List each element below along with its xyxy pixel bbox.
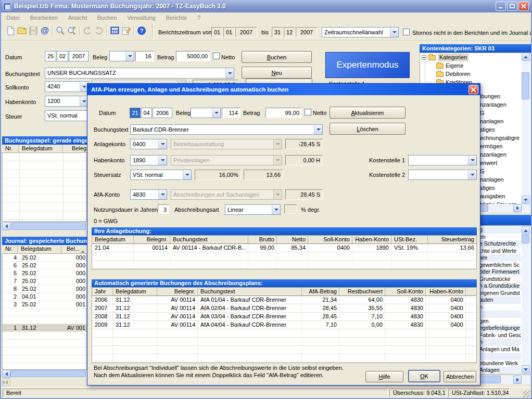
close-button[interactable] (518, 2, 529, 11)
dialog-buchungstext-combo[interactable]: Barkauf CDR-Brenner (130, 124, 323, 135)
journal-row[interactable] (3, 316, 86, 324)
journal-row[interactable]: 325.02001 (3, 301, 86, 308)
loeschen-button[interactable]: Löschen (330, 123, 406, 135)
hilfe-button[interactable]: Hilfe (365, 371, 403, 382)
chevron-down-icon[interactable] (158, 156, 167, 165)
konten-vscrollbar[interactable] (522, 53, 530, 204)
betrag-field[interactable]: 5000,00 (176, 51, 210, 61)
neu-button[interactable]: Neu (242, 67, 312, 79)
kostenstelle2-combo[interactable] (408, 170, 477, 180)
scrollbar-thumb[interactable] (522, 235, 529, 243)
journal-row[interactable]: 825.02000 (3, 285, 86, 293)
dialog-beleg-nr[interactable]: 114 (222, 108, 240, 118)
scrollbar-thumb[interactable] (11, 222, 86, 230)
scroll-left-icon[interactable] (2, 370, 10, 378)
new-document-icon[interactable] (5, 25, 16, 36)
menu-item[interactable]: Bearbeiten (25, 13, 63, 21)
stapel-hscrollbar[interactable] (2, 222, 87, 230)
quick-select-combo[interactable]: Zeitraumschnellanwahl (322, 27, 399, 37)
column-belegdatum[interactable]: Belegdatum (18, 245, 61, 253)
datum-month[interactable]: 02 (57, 51, 68, 61)
chevron-down-icon[interactable] (225, 68, 234, 78)
period-from-year[interactable]: 2007 (235, 27, 257, 37)
aktualisieren-button[interactable]: Aktualisieren (330, 107, 406, 119)
journal-row[interactable]: 625.02000 (3, 262, 86, 269)
buchen-button[interactable]: Buchen (242, 51, 312, 63)
period-from-day[interactable]: 01 (211, 27, 223, 37)
dialog-habenkonto-combo[interactable]: 1890 (130, 155, 167, 165)
menu-item[interactable]: Buchen (92, 13, 122, 21)
column-belegnr[interactable]: Belegnr. (62, 145, 87, 152)
habenkonto-combo[interactable]: 1200 (45, 96, 88, 107)
dialog-close-button[interactable] (468, 85, 478, 94)
plan-row[interactable]: 200831.12AV 00114AfA 03/04 - Barkauf CDR… (92, 313, 476, 321)
chevron-down-icon[interactable] (158, 139, 167, 149)
resize-grip[interactable] (523, 391, 530, 397)
chevron-down-icon[interactable] (314, 125, 322, 134)
scroll-down-icon[interactable] (522, 196, 530, 204)
period-to-year[interactable]: 2007 (296, 27, 318, 37)
abbrechen-button[interactable]: Abbrechen (444, 371, 476, 382)
expertenmodus-button[interactable]: Expertenmodus (325, 52, 410, 78)
steuersatz-combo[interactable]: VSt. normal (130, 170, 192, 180)
search-settings-icon[interactable] (67, 25, 77, 36)
konten2-vscrollbar[interactable] (522, 226, 530, 374)
ok-button[interactable]: OK (408, 370, 440, 382)
save-icon[interactable] (28, 25, 39, 36)
dialog-beleg-combo[interactable] (191, 108, 221, 118)
datum-day[interactable]: 25 (45, 51, 56, 61)
chevron-down-icon[interactable] (183, 170, 191, 179)
journal-row[interactable] (3, 308, 86, 316)
anlagekonto-combo[interactable]: 0400 (130, 139, 167, 149)
period-to-day[interactable]: 31 (272, 27, 283, 37)
journal-row-selected[interactable]: 131.12AV 001 (3, 324, 86, 332)
help-icon[interactable]: ? (136, 25, 147, 36)
plan-row[interactable]: 200731.12AV 00114AfA 02/04 - Barkauf CDR… (92, 304, 476, 313)
column-belegdatum[interactable]: Belegdatum (19, 145, 62, 152)
dialog-datum-day[interactable]: 21 (130, 108, 141, 118)
menu-item[interactable]: ? (192, 13, 206, 21)
dialog-datum-year[interactable]: 2006 (153, 108, 172, 118)
tree-item-debitoren[interactable]: Debitoren (436, 70, 471, 78)
scrollbar-thumb[interactable] (10, 370, 86, 377)
scroll-down-icon[interactable] (522, 365, 530, 374)
scroll-right-icon[interactable] (513, 376, 522, 384)
netto-checkbox[interactable] (213, 53, 220, 59)
beleg-combo[interactable] (109, 51, 134, 61)
tree-item-eigene[interactable]: Eigene (436, 62, 463, 70)
scrollbar-thumb[interactable] (522, 72, 529, 99)
kostenstelle1-combo[interactable] (408, 155, 477, 165)
search-icon[interactable] (55, 25, 66, 36)
abschreibungsart-combo[interactable]: Linear (225, 204, 281, 215)
tree-item-kategorien[interactable]: Kategorien (422, 54, 468, 61)
menu-item[interactable]: Ansicht (63, 13, 92, 21)
buchungstext-combo[interactable]: UNSER BUCHUNGSSATZ (45, 68, 234, 79)
chevron-down-icon[interactable] (468, 156, 476, 165)
minimize-button[interactable] (496, 2, 506, 11)
journal-row[interactable]: 425.02000 (3, 254, 86, 262)
menu-item[interactable]: Berichte (161, 13, 192, 21)
tree-collapse-icon[interactable] (422, 55, 426, 60)
plan-row[interactable]: 200931.12AV 00114AfA 04/04 - Barkauf CDR… (92, 321, 476, 329)
sollkonto-combo[interactable]: 4240 (45, 81, 88, 92)
chevron-down-icon[interactable] (212, 108, 220, 118)
dialog-netto-checkbox[interactable] (305, 109, 311, 115)
chevron-down-icon[interactable] (390, 28, 398, 37)
scroll-up-icon[interactable] (522, 53, 530, 61)
period-from-month[interactable]: 01 (223, 27, 235, 37)
journal-row[interactable]: 204.01000 (3, 293, 86, 301)
journal-row[interactable]: 725.02000 (3, 277, 86, 285)
column-nr[interactable]: Nr. (2, 145, 19, 152)
email-at-icon[interactable]: @ (40, 25, 50, 36)
chevron-down-icon[interactable] (468, 170, 476, 179)
nutzungsdauer-field[interactable]: 3 (158, 204, 169, 214)
beleg-nr-field[interactable]: 16 (135, 51, 154, 61)
chevron-down-icon[interactable] (125, 52, 134, 61)
dialog-betrag-field[interactable]: 99,00 (265, 108, 302, 118)
column-nr[interactable]: Nr. (2, 245, 18, 253)
open-folder-icon[interactable] (17, 25, 27, 36)
period-to-month[interactable]: 12 (284, 27, 295, 37)
chevron-down-icon[interactable] (158, 190, 167, 199)
afakonto-combo[interactable]: 4830 (130, 189, 167, 200)
scroll-up-icon[interactable] (522, 226, 530, 235)
